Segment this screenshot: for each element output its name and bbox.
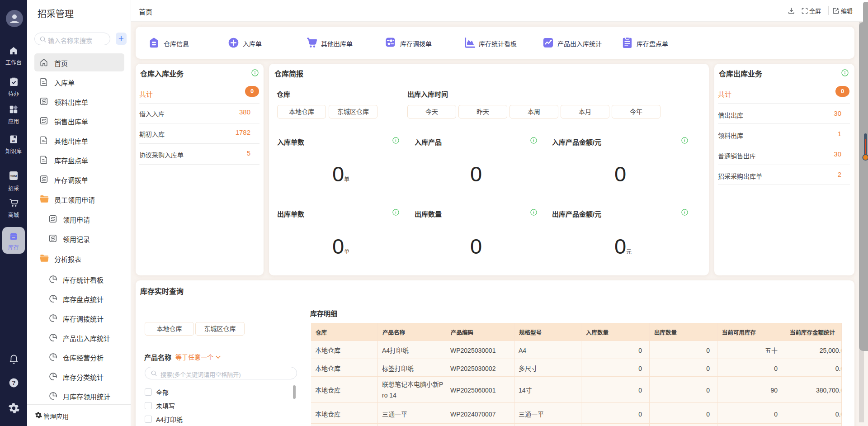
svg-text:?: ?: [12, 379, 15, 386]
svg-text:SRM: SRM: [10, 175, 17, 178]
svg-text:AI: AI: [12, 139, 15, 142]
